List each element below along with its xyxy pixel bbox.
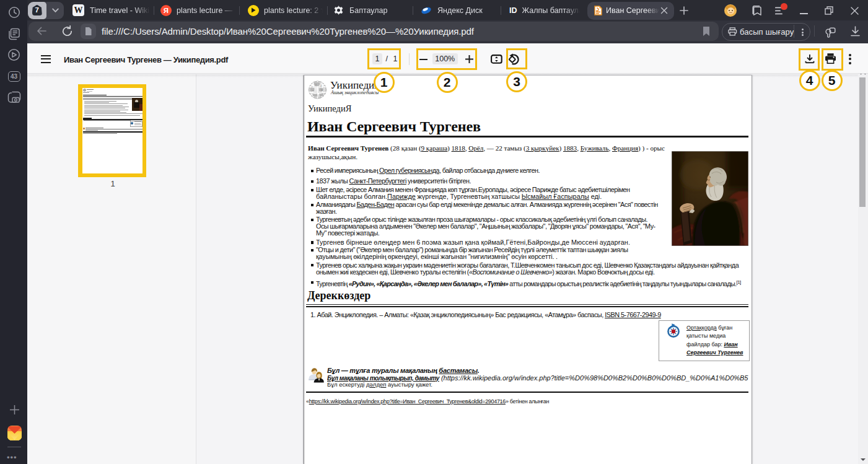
svg-text:W: W — [321, 89, 323, 92]
svg-text:ω: ω — [312, 89, 313, 92]
